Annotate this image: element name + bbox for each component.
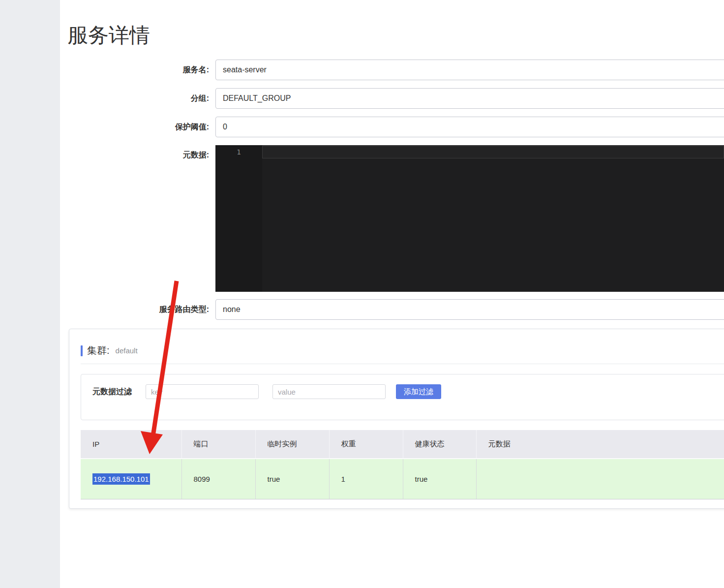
cell-metadata — [476, 459, 724, 499]
metadata-filter-box: 元数据过滤 添加过滤 — [81, 374, 724, 420]
route-type-label: 服务路由类型: — [67, 305, 209, 315]
filter-value-input[interactable] — [272, 384, 386, 399]
editor-line-number: 1 — [215, 145, 262, 292]
protect-threshold-label: 保护阈值: — [67, 122, 209, 132]
add-filter-button[interactable]: 添加过滤 — [396, 384, 441, 399]
col-header-port: 端口 — [181, 430, 255, 459]
instance-table-row: 192.168.150.101 8099 true 1 true — [81, 459, 724, 499]
metadata-code-editor[interactable]: 1 — [215, 145, 724, 292]
col-header-ephemeral: 临时实例 — [255, 430, 329, 459]
instance-table-header-row: IP 端口 临时实例 权重 健康状态 元数据 — [81, 430, 724, 459]
col-header-ip: IP — [81, 430, 181, 459]
main-content: 服务详情 服务名: 分组: 保护阈值: 元数据: 1 — [60, 23, 724, 509]
protect-threshold-input-wrap — [215, 117, 724, 137]
cell-ip: 192.168.150.101 — [81, 459, 181, 499]
cluster-name: default — [116, 346, 138, 355]
metadata-label: 元数据: — [67, 145, 209, 160]
form-row-metadata: 元数据: 1 — [67, 145, 724, 292]
filter-key-input[interactable] — [146, 384, 259, 399]
group-label: 分组: — [67, 93, 209, 104]
protect-threshold-input[interactable] — [215, 117, 724, 137]
editor-active-line — [262, 146, 724, 158]
service-detail-form: 服务名: 分组: 保护阈值: 元数据: 1 — [67, 60, 724, 320]
editor-code-area[interactable] — [262, 145, 724, 292]
cluster-card-header: 集群: default — [69, 329, 724, 357]
left-sidebar — [0, 0, 60, 588]
form-row-service-name: 服务名: — [67, 60, 724, 80]
cell-port: 8099 — [181, 459, 255, 499]
cell-ephemeral: true — [255, 459, 329, 499]
route-type-input[interactable] — [215, 299, 724, 320]
group-input[interactable] — [215, 88, 724, 109]
form-row-group: 分组: — [67, 88, 724, 109]
service-name-label: 服务名: — [67, 65, 209, 75]
page-title: 服务详情 — [67, 23, 724, 48]
cluster-card: 集群: default 元数据过滤 添加过滤 IP 端口 临时实例 权重 健康状… — [69, 329, 724, 509]
metadata-filter-label: 元数据过滤 — [92, 384, 132, 399]
group-input-wrap — [215, 88, 724, 109]
service-name-input[interactable] — [215, 60, 724, 80]
service-name-input-wrap — [215, 60, 724, 80]
cluster-title: 集群: — [87, 344, 110, 357]
instance-table: IP 端口 临时实例 权重 健康状态 元数据 192.168.150.101 8… — [81, 430, 724, 499]
col-header-health: 健康状态 — [403, 430, 476, 459]
cell-weight: 1 — [329, 459, 403, 499]
selected-ip-text[interactable]: 192.168.150.101 — [92, 473, 150, 485]
cluster-card-divider — [81, 364, 724, 364]
col-header-weight: 权重 — [329, 430, 403, 459]
cell-healthy: true — [403, 459, 476, 499]
form-row-route-type: 服务路由类型: — [67, 299, 724, 320]
form-row-protect-threshold: 保护阈值: — [67, 117, 724, 137]
col-header-metadata: 元数据 — [476, 430, 724, 459]
route-type-input-wrap — [215, 299, 724, 320]
accent-bar-icon — [81, 345, 83, 356]
